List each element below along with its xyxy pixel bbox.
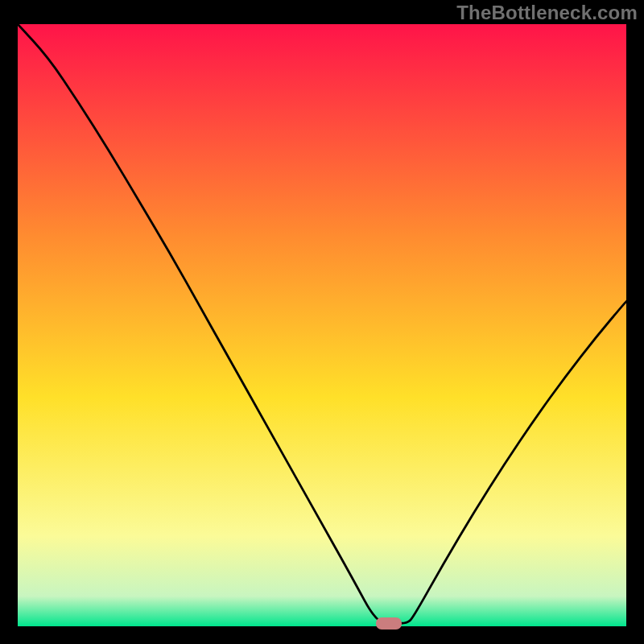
- bottleneck-chart: TheBottleneck.com: [0, 0, 644, 644]
- chart-svg: [18, 24, 626, 626]
- gradient-background: [18, 24, 626, 626]
- optimal-marker: [376, 617, 402, 630]
- watermark-text: TheBottleneck.com: [456, 2, 638, 24]
- plot-area: [18, 24, 626, 626]
